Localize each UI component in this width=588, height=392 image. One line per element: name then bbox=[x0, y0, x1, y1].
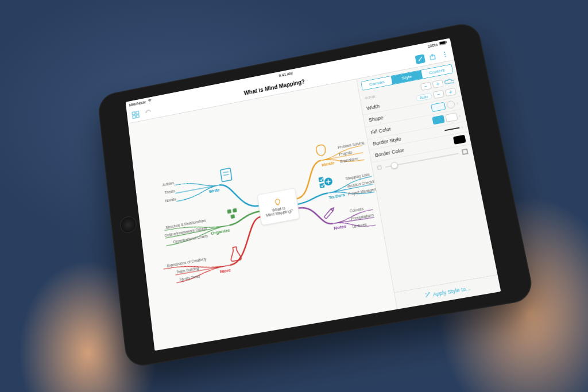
shape-circle-option[interactable] bbox=[446, 100, 456, 109]
leaf: Brainstorm bbox=[340, 156, 358, 164]
grid-icon[interactable] bbox=[131, 110, 140, 119]
svg-line-21 bbox=[277, 205, 279, 205]
svg-rect-20 bbox=[324, 209, 333, 219]
width-minus-button[interactable]: − bbox=[433, 90, 444, 99]
branch-todos: To-Do's bbox=[328, 192, 346, 200]
org-icon bbox=[227, 208, 238, 219]
lightbulb-icon bbox=[273, 197, 283, 207]
leaf: Lectures bbox=[352, 222, 367, 229]
more-icon[interactable] bbox=[439, 49, 450, 59]
label-shape: Shape bbox=[368, 115, 384, 123]
svg-rect-7 bbox=[136, 114, 139, 117]
apply-style-button[interactable]: Apply Style to... bbox=[394, 274, 501, 309]
svg-rect-23 bbox=[462, 149, 468, 154]
expand-plus-button[interactable]: + bbox=[432, 80, 444, 88]
svg-rect-6 bbox=[133, 115, 136, 118]
leaf: Articles bbox=[162, 181, 174, 187]
border-style-solid[interactable] bbox=[444, 127, 459, 131]
brain-icon bbox=[316, 144, 327, 157]
apply-label: Apply Style to... bbox=[432, 285, 471, 297]
width-plus-button[interactable]: + bbox=[445, 88, 457, 97]
svg-rect-5 bbox=[136, 111, 139, 114]
svg-point-0 bbox=[149, 102, 150, 102]
leaf: Novels bbox=[165, 197, 176, 203]
chevron-right-icon: › bbox=[458, 113, 461, 119]
wand-icon bbox=[424, 292, 431, 300]
svg-rect-22 bbox=[377, 166, 381, 170]
svg-rect-14 bbox=[227, 209, 231, 214]
chevron-right-icon: › bbox=[456, 100, 459, 106]
share-icon[interactable] bbox=[427, 52, 438, 62]
pencil-icon bbox=[324, 207, 335, 219]
leaf: Shopping Lists bbox=[345, 172, 370, 181]
auto-chip[interactable]: Auto bbox=[415, 93, 432, 102]
fill-swatch-outline[interactable] bbox=[445, 112, 458, 122]
leaf: Thesis bbox=[164, 189, 175, 195]
undo-icon[interactable] bbox=[144, 107, 153, 117]
label-border-color: Border Color bbox=[374, 148, 404, 158]
slider-thumb[interactable] bbox=[390, 161, 399, 169]
tab-canvas[interactable]: Canvas bbox=[361, 76, 392, 90]
mindmap-canvas[interactable]: Write Articles Thesis Novels Organize St… bbox=[128, 79, 397, 351]
battery-percent: 100% bbox=[427, 42, 438, 48]
svg-point-11 bbox=[444, 56, 446, 57]
section-node: NODE bbox=[365, 95, 376, 100]
home-button[interactable] bbox=[119, 215, 138, 235]
svg-point-24 bbox=[425, 293, 426, 294]
branch-write: Write bbox=[208, 187, 220, 194]
label-width: Width bbox=[366, 103, 380, 111]
wifi-icon bbox=[148, 99, 152, 104]
thick-icon bbox=[462, 149, 469, 156]
collapse-minus-button[interactable]: − bbox=[420, 82, 432, 91]
svg-rect-8 bbox=[430, 55, 435, 60]
svg-rect-17 bbox=[319, 177, 324, 182]
svg-rect-15 bbox=[233, 208, 237, 213]
cloud-icon[interactable] bbox=[444, 77, 454, 86]
battery-icon bbox=[439, 40, 447, 46]
svg-point-9 bbox=[444, 51, 445, 52]
branch-ideate: Ideate bbox=[321, 160, 335, 168]
svg-point-10 bbox=[444, 53, 446, 55]
tab-style[interactable]: Style bbox=[391, 71, 423, 84]
tab-content[interactable]: Content bbox=[421, 65, 452, 79]
central-label: What is Mind Mapping? bbox=[265, 205, 293, 218]
leaf: Presentations bbox=[351, 213, 374, 221]
chevron-right-icon: › bbox=[461, 125, 463, 130]
thin-icon bbox=[377, 165, 382, 171]
fill-swatch[interactable] bbox=[432, 115, 444, 125]
leaf: Family Trees bbox=[179, 274, 200, 282]
brush-icon[interactable] bbox=[415, 54, 425, 64]
svg-rect-4 bbox=[132, 111, 135, 114]
svg-line-12 bbox=[223, 172, 229, 173]
label-fill: Fill Color bbox=[370, 126, 392, 135]
svg-line-13 bbox=[223, 174, 229, 176]
app-screen: MindNode 9:41 AM 100% bbox=[126, 38, 501, 351]
svg-rect-18 bbox=[319, 183, 324, 188]
svg-rect-16 bbox=[231, 214, 235, 219]
border-color-swatch[interactable] bbox=[453, 135, 466, 145]
branch-more: More bbox=[220, 267, 231, 275]
branch-notes: Notes bbox=[333, 223, 347, 231]
shape-rect-option[interactable] bbox=[431, 102, 446, 112]
checklist-icon bbox=[319, 176, 334, 188]
